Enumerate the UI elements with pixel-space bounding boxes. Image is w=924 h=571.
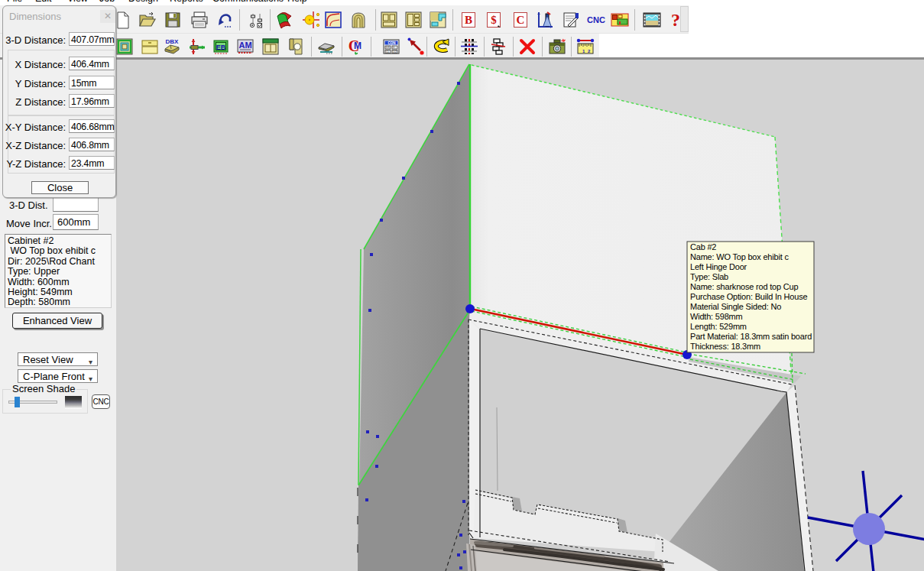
svg-text:Name: sharknose rod top Cup: Name: sharknose rod top Cup: [690, 282, 798, 291]
svg-text:Part Material: 18.3mm satin bo: Part Material: 18.3mm satin board: [690, 332, 812, 341]
svg-text:CL: CL: [386, 50, 390, 54]
svg-text:B: B: [465, 14, 472, 26]
svg-text:Name: WO Top box ehibit c: Name: WO Top box ehibit c: [690, 252, 789, 261]
svg-text:Purchase Option: Build In Hous: Purchase Option: Build In House: [690, 292, 807, 301]
svg-text:C: C: [517, 14, 525, 26]
svg-text:CNC: CNC: [587, 15, 605, 24]
svg-text:CON: CON: [388, 41, 396, 45]
svg-text:Left Hinge Door: Left Hinge Door: [690, 262, 747, 271]
svg-text:Cab #2: Cab #2: [690, 242, 716, 251]
svg-text:EB: EB: [216, 44, 226, 51]
svg-text:1/2: 1/2: [393, 50, 397, 54]
svg-text:DBX: DBX: [166, 38, 180, 45]
svg-text:M: M: [354, 41, 361, 51]
svg-text:DX: DX: [386, 46, 391, 49]
svg-text:$: $: [491, 14, 497, 26]
svg-text:Type: Slab: Type: Slab: [690, 272, 728, 281]
svg-text:AM: AM: [238, 41, 251, 50]
svg-text:?: ?: [671, 11, 680, 29]
svg-text:Material Single Sided: No: Material Single Sided: No: [690, 302, 781, 311]
svg-text:Length: 529mm: Length: 529mm: [690, 322, 747, 331]
svg-text:Width: 598mm: Width: 598mm: [690, 312, 743, 321]
svg-text:Thickness: 18.3mm: Thickness: 18.3mm: [690, 342, 760, 351]
